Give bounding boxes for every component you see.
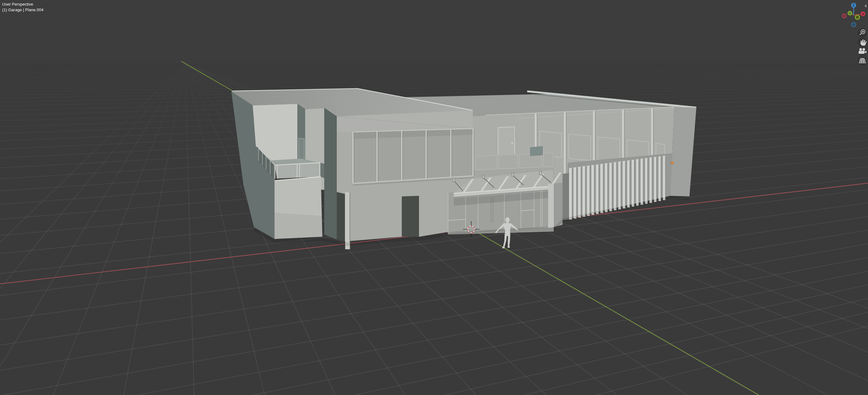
svg-text:Y: Y bbox=[849, 11, 851, 15]
svg-text:Z: Z bbox=[853, 4, 855, 7]
svg-text:(1) Garage | Plane.004: (1) Garage | Plane.004 bbox=[2, 7, 43, 12]
svg-text:User Perspective: User Perspective bbox=[2, 2, 33, 6]
svg-text:X: X bbox=[862, 12, 864, 16]
